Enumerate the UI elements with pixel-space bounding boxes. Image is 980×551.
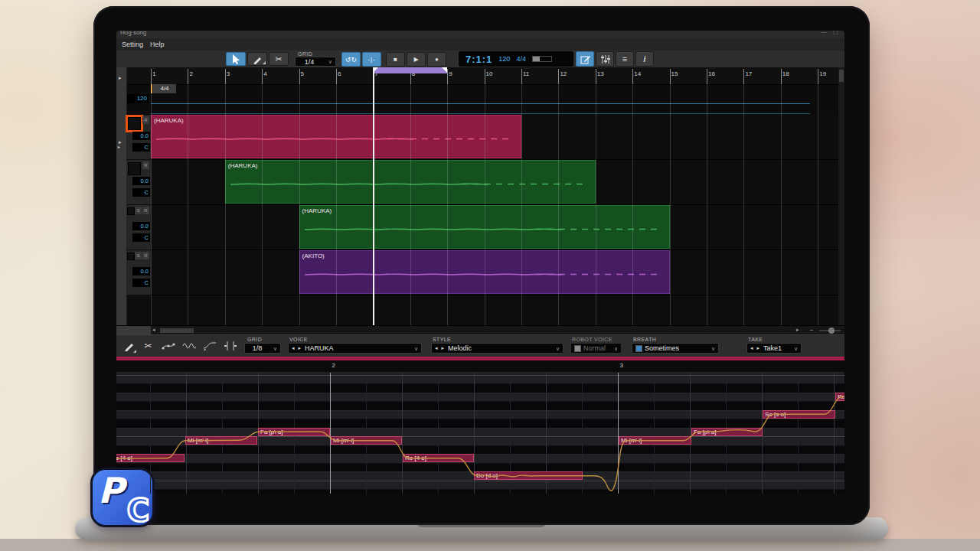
grid-bar-line xyxy=(743,84,744,325)
spinner-right-icon[interactable]: ▸ xyxy=(757,345,762,351)
mixer-button[interactable] xyxy=(596,51,614,67)
menu-item-help[interactable]: Help xyxy=(150,41,165,48)
info-button[interactable]: i xyxy=(635,51,654,67)
track-color-chip[interactable] xyxy=(128,117,141,130)
pan-value[interactable]: C xyxy=(132,143,150,152)
ruler-bar-label: 1 xyxy=(152,70,155,77)
punch-button[interactable]: -|- xyxy=(362,52,381,67)
track-header[interactable]: R0.0C▸ xyxy=(126,115,151,160)
pan-value[interactable]: C xyxy=(132,188,150,197)
spinner-right-icon[interactable]: ▸ xyxy=(299,345,303,351)
robot-voice-chip xyxy=(574,345,581,352)
wave-icon xyxy=(182,341,196,351)
horizontal-scrollbar-thumb[interactable] xyxy=(160,328,194,333)
zoom-slider-knob[interactable] xyxy=(828,328,835,334)
menu-item-setting[interactable]: Setting xyxy=(122,41,143,48)
pr-smooth-tool-button[interactable] xyxy=(201,338,218,354)
minimize-icon[interactable]: — xyxy=(821,31,826,34)
piano-roll: 23Re [4 e]Mi [m' i]Fa [p\ a]Mi [m' i]Re … xyxy=(116,360,844,494)
play-button[interactable]: ▶ xyxy=(407,52,426,67)
solo-button[interactable]: S xyxy=(135,207,142,214)
pitch-curve[interactable] xyxy=(116,360,844,494)
vertical-scrollbar[interactable] xyxy=(838,67,844,325)
chevron-down-icon: ∨ xyxy=(328,59,332,64)
track-header[interactable]: R0.0C xyxy=(126,160,151,205)
grid-select[interactable]: 1/4 ∨ xyxy=(295,57,336,67)
volume-value[interactable]: 0.0 xyxy=(132,177,150,185)
tempo-value-field[interactable]: 120 xyxy=(127,94,149,103)
volume-value[interactable]: 0.0 xyxy=(132,222,150,230)
track-color-chip[interactable] xyxy=(128,162,141,175)
pr-grid-value: 1/8 xyxy=(253,344,263,352)
spinner-left-icon[interactable]: ◂ xyxy=(435,345,439,351)
arrangement-area: 123456789101112131415161718194/4120(HARU… xyxy=(116,67,844,334)
pencil-tool-button[interactable] xyxy=(247,52,267,66)
vertical-scrollbar-thumb[interactable] xyxy=(839,70,844,82)
record-button[interactable]: ● xyxy=(427,52,446,67)
ruler-bar-label: 2 xyxy=(189,70,192,77)
volume-automation-line[interactable] xyxy=(151,113,810,114)
pan-value[interactable]: C xyxy=(132,233,150,242)
take-label: TAKE xyxy=(748,337,763,342)
grid-value: 1/4 xyxy=(305,58,315,66)
scroll-left-icon[interactable]: ◂ xyxy=(152,327,155,333)
spinner-right-icon[interactable]: ▸ xyxy=(442,345,446,351)
track-color-chip[interactable] xyxy=(127,207,135,215)
title-bar: Hog song — ▢ xyxy=(116,31,844,38)
spinner-left-icon[interactable]: ◂ xyxy=(750,345,755,351)
time-display: 7:1:1 120 4/4 xyxy=(459,51,573,67)
voice-select[interactable]: ◂ ▸ HARUKA ∨ xyxy=(288,343,422,354)
take-value: Take1 xyxy=(763,344,782,352)
loop-end-handle[interactable] xyxy=(442,67,447,73)
pr-pencil-button[interactable] xyxy=(121,338,137,354)
robot-voice-select[interactable]: Normal ∨ xyxy=(570,343,622,354)
edit-mode-button[interactable] xyxy=(576,51,594,67)
ruler-bar-label: 17 xyxy=(745,70,752,77)
ruler-bar-label: 5 xyxy=(301,70,304,77)
track-header[interactable]: SR0.0C xyxy=(126,205,151,250)
timesig-chip[interactable]: 4/4 xyxy=(153,84,176,93)
playhead[interactable] xyxy=(373,67,374,325)
ruler-bar-tick xyxy=(632,69,633,84)
zoom-out-button[interactable]: − xyxy=(807,326,816,334)
list-button[interactable]: ≡ xyxy=(616,51,634,67)
breath-select[interactable]: Sometimes ∨ xyxy=(632,343,719,354)
ruler-bar-tick xyxy=(558,69,559,84)
solo-button[interactable]: S xyxy=(135,252,142,259)
time-position: 7:1:1 xyxy=(466,54,492,65)
breath-value: Sometimes xyxy=(645,344,679,352)
ruler-bar-label: 15 xyxy=(671,70,678,77)
pan-value[interactable]: C xyxy=(132,279,150,287)
record-arm-button[interactable]: R xyxy=(142,207,149,214)
scroll-right-icon[interactable]: ▸ xyxy=(796,327,799,333)
horizontal-scrollbar[interactable]: ◂▸− xyxy=(116,325,844,334)
tempo-automation-line[interactable] xyxy=(151,103,810,104)
spinner-left-icon[interactable]: ◂ xyxy=(292,345,296,351)
select-tool-button[interactable] xyxy=(226,52,246,66)
track-header[interactable]: SR0.0C xyxy=(126,250,151,295)
take-select[interactable]: ◂ ▸ Take1 ∨ xyxy=(746,343,802,354)
pr-pitch-tool-button[interactable] xyxy=(159,338,177,354)
stop-button[interactable]: ■ xyxy=(386,52,405,67)
pr-vibrato-tool-button[interactable] xyxy=(180,338,198,354)
grid-bar-line xyxy=(707,84,707,325)
pr-timing-tool-button[interactable] xyxy=(221,338,239,354)
loop-region[interactable] xyxy=(373,67,447,73)
tool-corner-arrow xyxy=(133,350,136,353)
pr-grid-select[interactable]: 1/8 ∨ xyxy=(244,343,281,354)
track-expand-arrow-icon[interactable]: ▸ xyxy=(118,144,120,149)
scissors-tool-button[interactable]: ✂ xyxy=(269,52,289,66)
expand-arrow-icon[interactable]: ▸ xyxy=(119,75,122,81)
record-arm-button[interactable]: R xyxy=(142,116,149,124)
maximize-icon[interactable]: ▢ xyxy=(833,31,838,35)
volume-value[interactable]: 0.0 xyxy=(132,132,150,140)
style-select[interactable]: ◂ ▸ Melodic ∨ xyxy=(431,343,564,354)
loop-button[interactable]: ↺↻ xyxy=(341,52,361,67)
track-color-chip[interactable] xyxy=(127,253,135,260)
ruler-bar-label: 11 xyxy=(523,70,529,77)
pr-scissors-button[interactable]: ✂ xyxy=(140,338,156,354)
ruler-bar-tick xyxy=(781,69,782,84)
record-arm-button[interactable]: R xyxy=(142,161,149,169)
volume-value[interactable]: 0.0 xyxy=(132,267,150,276)
record-arm-button[interactable]: R xyxy=(142,252,149,259)
